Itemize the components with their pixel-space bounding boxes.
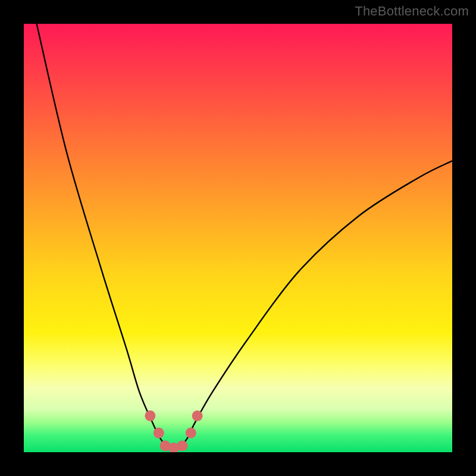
plot-area xyxy=(24,24,452,452)
chart-frame: TheBottleneck.com xyxy=(0,0,476,476)
highlight-point xyxy=(154,428,164,439)
highlight-point xyxy=(177,440,187,451)
curve-layer xyxy=(24,24,452,452)
highlight-point xyxy=(145,411,155,421)
highlight-points xyxy=(145,411,202,452)
highlight-point xyxy=(192,411,203,421)
curve-path xyxy=(37,24,452,449)
highlight-point xyxy=(186,428,196,439)
bottleneck-curve xyxy=(37,24,452,449)
watermark-text: TheBottleneck.com xyxy=(355,4,469,19)
